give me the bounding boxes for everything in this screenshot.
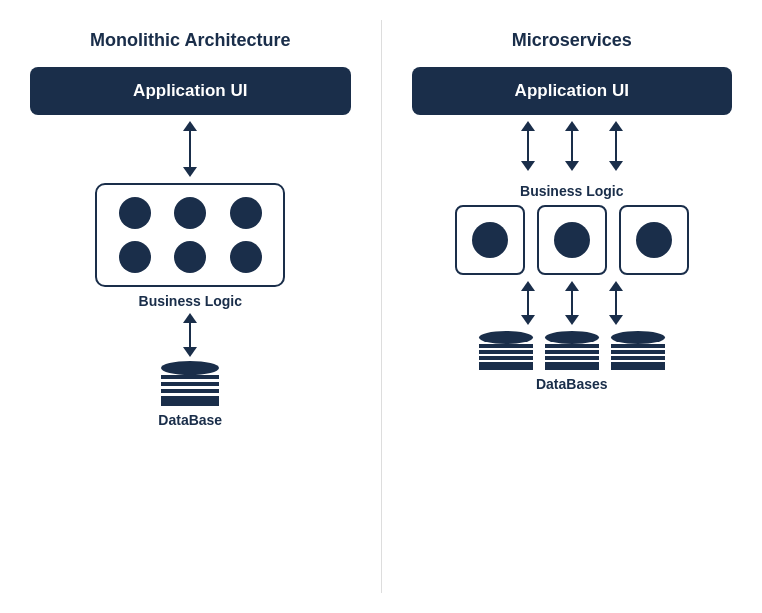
arrow-down-head [609, 315, 623, 325]
monolithic-logic-box [95, 183, 285, 287]
center-divider [381, 20, 382, 593]
logic-dot [119, 241, 151, 273]
arrow-down-head [565, 161, 579, 171]
mono-db-label: DataBase [158, 412, 222, 428]
arrow-down-head [609, 161, 623, 171]
micro-logic-box-3 [619, 205, 689, 275]
micro-arrows-bottom [412, 281, 733, 325]
arrow-line [189, 323, 191, 347]
micro-dot [554, 222, 590, 258]
mono-arrow-1 [183, 121, 197, 177]
arrow-down-head [521, 161, 535, 171]
micro-logic-label-top: Business Logic [520, 183, 623, 199]
micro-dot [472, 222, 508, 258]
arrow-line [189, 131, 191, 167]
micro-arrow-b [609, 281, 623, 325]
monolithic-app-ui: Application UI [30, 67, 351, 115]
micro-db-1 [479, 331, 533, 370]
logic-dot [174, 241, 206, 273]
db-line [161, 382, 219, 389]
microservices-title: Microservices [512, 30, 632, 51]
monolithic-title: Monolithic Architecture [90, 30, 290, 51]
micro-arrow [609, 121, 623, 171]
micro-db-3 [611, 331, 665, 370]
micro-logic-box-1 [455, 205, 525, 275]
micro-arrow-b [521, 281, 535, 325]
arrow-up-head [609, 121, 623, 131]
micro-app-ui: Application UI [412, 67, 733, 115]
db-body [161, 375, 219, 406]
arrow-up-head [183, 313, 197, 323]
micro-logic-box-2 [537, 205, 607, 275]
small-db-top [479, 331, 533, 344]
arrow-up-head [521, 121, 535, 131]
monolithic-db [161, 361, 219, 406]
micro-db-2 [545, 331, 599, 370]
db-bottom [161, 396, 219, 406]
micro-arrows-top [412, 121, 733, 171]
logic-dot [119, 197, 151, 229]
arrow-line [527, 291, 529, 315]
arrow-line [615, 291, 617, 315]
logic-dot [174, 197, 206, 229]
microservices-side: Microservices Application UI Business Lo… [392, 20, 753, 593]
mono-logic-label: Business Logic [139, 293, 242, 309]
micro-arrow-b [565, 281, 579, 325]
monolithic-side: Monolithic Architecture Application UI B… [10, 20, 371, 593]
micro-logic-boxes [412, 205, 733, 275]
arrow-line [571, 131, 573, 161]
arrow-up-head [609, 281, 623, 291]
arrow-down-head [183, 347, 197, 357]
small-db-btm [545, 362, 599, 370]
diagram-container: Monolithic Architecture Application UI B… [0, 0, 762, 613]
logic-dot [230, 241, 262, 273]
arrow-down-head [565, 315, 579, 325]
small-db-body [611, 344, 665, 370]
micro-dot [636, 222, 672, 258]
arrow-down-head [183, 167, 197, 177]
arrow-line [527, 131, 529, 161]
micro-db-label: DataBases [536, 376, 608, 392]
arrow-line [615, 131, 617, 161]
db-top [161, 361, 219, 375]
db-cylinder [161, 361, 219, 406]
small-db-btm [479, 362, 533, 370]
small-db-top [545, 331, 599, 344]
db-line [161, 375, 219, 382]
arrow-up-head [565, 281, 579, 291]
micro-arrow [521, 121, 535, 171]
arrow-up-head [183, 121, 197, 131]
small-db-body [545, 344, 599, 370]
logic-dot [230, 197, 262, 229]
mono-arrow-2 [183, 313, 197, 357]
arrow-up-head [521, 281, 535, 291]
small-db-top [611, 331, 665, 344]
small-db-btm [611, 362, 665, 370]
arrow-line [571, 291, 573, 315]
micro-db-row [412, 331, 733, 370]
small-db-body [479, 344, 533, 370]
arrow-down-head [521, 315, 535, 325]
db-line [161, 389, 219, 396]
micro-arrow [565, 121, 579, 171]
arrow-up-head [565, 121, 579, 131]
